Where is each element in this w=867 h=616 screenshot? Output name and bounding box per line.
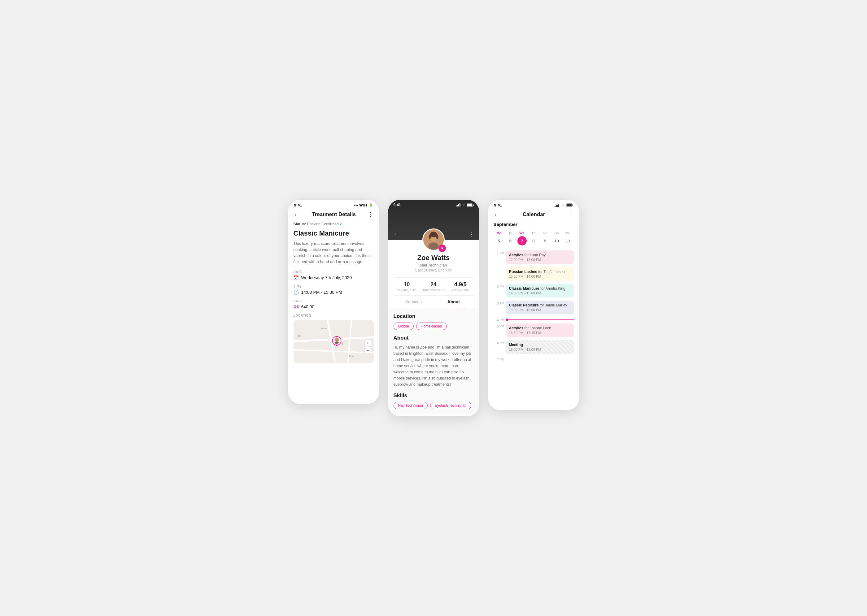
skills-heading: Skills (393, 393, 474, 399)
time-row-1pm: 1 PM Acrylics for Luna Ray 12:00 PM - 13… (506, 250, 574, 266)
month-label: September (494, 222, 574, 227)
time-label-3pm: 3 PM (494, 302, 504, 305)
svg-rect-14 (457, 205, 458, 206)
appointment-classic-manicure[interactable]: Classic Manicure for Amelia King 14:00 P… (506, 284, 574, 297)
stat-jobs-label: Jobs Worked (420, 289, 447, 292)
zoom-out-button[interactable]: − (365, 347, 371, 354)
status-bar-3: 9:41 (488, 200, 579, 209)
date-value: Wednesday 7th July, 2020 (301, 275, 352, 280)
profile-about-body: Location Mobile Home-based About Hi, my … (388, 308, 479, 414)
calendar-more-button[interactable]: ⋮ (568, 211, 574, 218)
time-label-4pm: 4 PM (494, 319, 504, 322)
day-header-th: Th (528, 231, 539, 236)
calendar-back-button[interactable]: ← (494, 211, 500, 218)
cal-day-5[interactable]: 5 (494, 236, 504, 245)
svg-rect-13 (456, 206, 457, 206)
status-value: Booking Confirmed (307, 222, 339, 226)
apt-client-6: for Joanne Lock (524, 326, 551, 330)
time-row-russian-lashes: Russian Lashes for Tia Jameson 13:00 PM … (506, 267, 574, 283)
apt-time-2: 13:00 PM - 14:00 PM (509, 275, 571, 278)
stat-experience: 10 Year(s) Exp (393, 281, 420, 292)
cal-day-10[interactable]: 10 (552, 236, 562, 245)
svg-text:Milne: Milne (321, 327, 327, 330)
tag-mobile: Mobile (393, 322, 414, 330)
cal-day-6[interactable]: 6 (506, 236, 515, 245)
time-label-2pm: 2 PM (494, 285, 504, 289)
svg-rect-31 (566, 204, 571, 206)
location-label: LOCATION (294, 314, 374, 317)
svg-rect-19 (473, 204, 474, 206)
profile-avatar-container: ♥ (422, 228, 445, 251)
stat-jobs-value: 24 (420, 281, 447, 288)
time-row-7pm: 7 PM (506, 357, 574, 363)
about-heading: About (393, 335, 474, 341)
profile-more-button[interactable]: ⋮ (469, 231, 474, 237)
apt-title-7: Meeting (509, 343, 571, 347)
apt-time-6: 16:30 PM - 17:45 PM (509, 331, 571, 335)
profile-name: Zoe Watts (393, 254, 474, 262)
timeline: 1 PM Acrylics for Luna Ray 12:00 PM - 13… (494, 250, 574, 363)
profile-location: East Sussex, Brighton (393, 268, 474, 272)
cal-day-9[interactable]: 9 (540, 236, 550, 245)
current-time-dot (506, 319, 508, 321)
time-label-1pm: 1 PM (494, 251, 504, 255)
stat-jobs: 24 Jobs Worked (420, 281, 447, 292)
treatment-content: Status: Booking Confirmed ✓ Classic Mani… (288, 222, 379, 369)
time-value-row: 🕐 14:00 PM - 15:30 PM (294, 289, 374, 295)
status-bar-1: 9:41 ▪▪▪ WiFi 🔋 (288, 200, 379, 209)
tab-services[interactable]: Services (393, 295, 434, 308)
time-label-7pm: 7 PM (494, 358, 504, 361)
date-section: DATE 📅 Wednesday 7th July, 2020 (294, 270, 374, 280)
more-button-1[interactable]: ⋮ (368, 211, 373, 218)
appointment-acrylics-joanne[interactable]: Acrylics for Joanne Lock 16:30 PM - 17:4… (506, 324, 574, 337)
time-row-6pm: 6 PM Meeting 18:00 PM - 19:00 PM (506, 340, 574, 356)
tab-about[interactable]: About (433, 295, 474, 308)
profile-tabs: Services About (393, 295, 474, 308)
svg-point-11 (334, 341, 339, 344)
pound-icon: 💷 (294, 304, 299, 310)
empty-slot-7pm (506, 357, 574, 363)
profile-screen: 9:41 (388, 200, 479, 416)
profile-status-icons (456, 203, 474, 207)
apt-title-4: Classic Pedicure for Jamie Marley (509, 303, 571, 307)
favorite-button[interactable]: ♥ (439, 245, 446, 252)
svg-rect-32 (573, 204, 573, 206)
time-row-4pm: 4 PM (506, 317, 574, 322)
appointment-russian-lashes[interactable]: Russian Lashes for Tia Jameson 13:00 PM … (506, 267, 574, 281)
calendar-header: ← Calendar ⋮ (488, 209, 579, 222)
profile-back-button[interactable]: ← (393, 231, 399, 237)
appointment-classic-pedicure[interactable]: Classic Pedicure for Jamie Marley 15:00 … (506, 300, 574, 314)
apt-title-3: Classic Manicure for Amelia King (509, 286, 571, 291)
calendar-timeline: 1 PM Acrylics for Luna Ray 12:00 PM - 13… (488, 250, 579, 371)
profile-role: Nail Technician (393, 263, 474, 267)
apt-time-3: 14:00 PM - 15:00 PM (509, 291, 571, 295)
svg-point-24 (428, 235, 431, 239)
status-icons-3 (555, 203, 573, 207)
appointment-acrylics-luna[interactable]: Acrylics for Luna Ray 12:00 PM - 13:00 P… (506, 250, 574, 264)
battery-icon-profile (467, 203, 474, 207)
svg-rect-28 (557, 204, 558, 207)
cal-day-7-today[interactable]: 7 (518, 236, 527, 245)
apt-client-2: for Tia Jameson (538, 270, 565, 274)
time-value: 14:00 PM - 15:30 PM (301, 290, 342, 295)
zoom-in-button[interactable]: + (365, 339, 371, 346)
cal-day-8[interactable]: 8 (529, 236, 538, 245)
apt-time-4: 15:00 PM - 16:00 PM (509, 308, 571, 312)
day-header-mo: Mo (494, 231, 504, 236)
stat-rating-label: Avg Rating (447, 289, 474, 292)
stat-rating: 4.9/5 Avg Rating (447, 281, 474, 292)
apt-time-1: 12:00 PM - 13:00 PM (509, 258, 571, 262)
cost-value-row: 💷 £40.00 (294, 304, 374, 310)
cal-day-11[interactable]: 11 (563, 236, 573, 245)
back-button[interactable]: ← (294, 211, 300, 218)
stat-exp-value: 10 (393, 281, 420, 288)
svg-rect-16 (459, 203, 460, 206)
svg-text:Ro: Ro (298, 335, 301, 338)
tag-home-based: Home-based (416, 322, 447, 330)
svg-rect-15 (458, 204, 459, 206)
appointment-meeting[interactable]: Meeting 18:00 PM - 19:00 PM (506, 340, 574, 354)
apt-title-2: Russian Lashes for Tia Jameson (509, 270, 571, 274)
treatment-description: This luxury manicure treatment involves … (294, 240, 374, 265)
clock-icon: 🕐 (294, 289, 299, 295)
apt-time-7: 18:00 PM - 19:00 PM (509, 347, 571, 351)
